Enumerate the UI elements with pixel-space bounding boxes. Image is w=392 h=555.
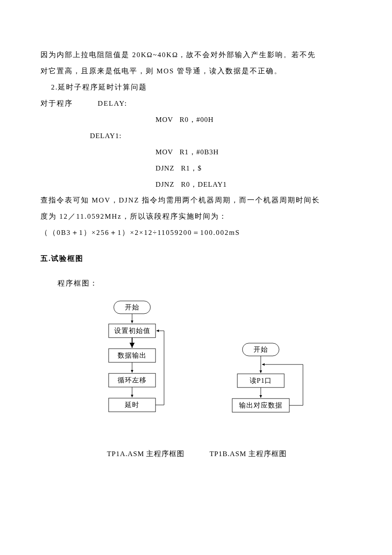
flowchart-figure: 开始 设置初始值 数据输出 循环左移 延时 <box>40 300 352 432</box>
body-text: 程序框图： <box>40 275 352 292</box>
code-line: MOV R1，#0B3H <box>40 144 352 160</box>
body-text: 查指令表可知 MOV，DJNZ 指令均需用两个机器周期，而一个机器周期时间长 <box>40 192 352 208</box>
code-line: DJNZ R0，DELAY1 <box>40 176 352 193</box>
flowchart-tp1b: 开始 读P1口 输出对应数据 <box>224 342 326 430</box>
caption-left: TP1A.ASM 主程序框图 <box>107 450 184 458</box>
section-heading: 五.试验框图 <box>40 251 352 267</box>
caption-right: TP1B.ASM 主程序框图 <box>210 450 287 458</box>
code-label: DELAY: <box>98 99 127 107</box>
body-text: （（0B3＋1）×256＋1）×2×12÷11059200＝100.002mS <box>40 225 352 241</box>
text-fragment: 对于程序 <box>40 99 73 107</box>
flow-node-start: 开始 <box>125 304 139 311</box>
flow-node: 数据输出 <box>118 352 147 359</box>
body-text: 对它置高，且原来是低电平，则 MOS 管导通，读入数据是不正确。 <box>40 63 352 79</box>
code-line: MOV R0，#00H <box>40 112 352 128</box>
document-page: 因为内部上拉电阻阻值是 20KΩ~40KΩ，故不会对外部输入产生影响。若不先 对… <box>0 0 392 488</box>
flowchart-tp1a: 开始 设置初始值 数据输出 循环左移 延时 <box>100 300 190 428</box>
flow-node: 读P1口 <box>250 377 272 384</box>
flow-node: 输出对应数据 <box>239 402 282 409</box>
flow-node-start: 开始 <box>254 346 268 353</box>
body-text: 2.延时子程序延时计算问题 <box>40 79 352 95</box>
flow-node: 循环左移 <box>118 376 147 384</box>
flow-node: 延时 <box>124 401 139 408</box>
body-text: 度为 12／11.0592MHz，所以该段程序实施时间为： <box>40 208 352 225</box>
flow-node: 设置初始值 <box>114 327 150 334</box>
code-line: DJNZ R1，$ <box>40 160 352 176</box>
figure-captions: TP1A.ASM 主程序框图 TP1B.ASM 主程序框图 <box>40 446 352 462</box>
body-text: 因为内部上拉电阻阻值是 20KΩ~40KΩ，故不会对外部输入产生影响。若不先 <box>40 47 352 63</box>
body-text: 对于程序 DELAY: <box>40 95 352 112</box>
code-label: DELAY1: <box>40 128 352 144</box>
